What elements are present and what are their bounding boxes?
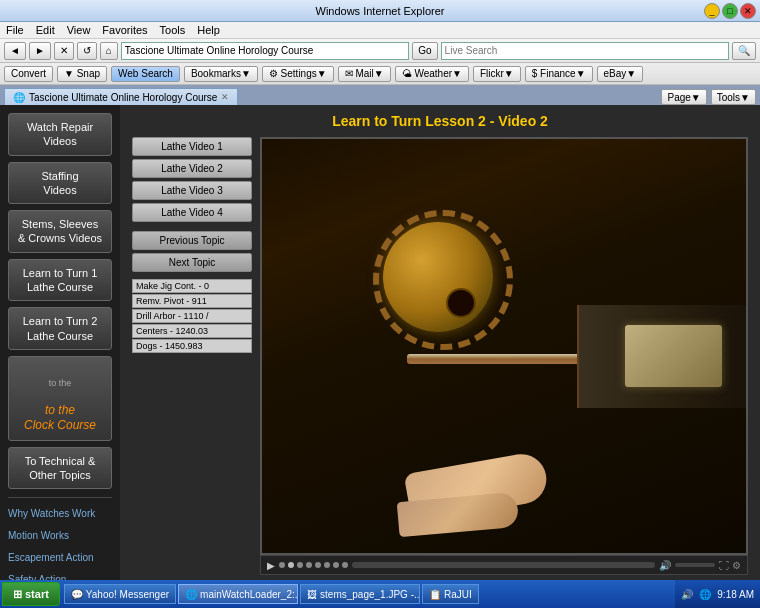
sidebar-item-learn-turn-2[interactable]: Learn to Turn 2 Lathe Course [8, 307, 112, 350]
yahoo-icon: 💬 [71, 589, 83, 600]
previous-topic-button[interactable]: Previous Topic [132, 231, 252, 250]
tools-menu-button[interactable]: Tools▼ [711, 89, 756, 105]
taskbar-item-yahoo[interactable]: 💬 Yahoo! Messenger [64, 584, 176, 604]
menu-help[interactable]: Help [197, 24, 220, 36]
tab-bar: 🌐 Tascione Ultimate Online Horology Cour… [0, 85, 760, 105]
page-button[interactable]: Page▼ [661, 89, 706, 105]
mainwatch-label: mainWatchLoader_2:... [200, 589, 298, 600]
list-item-3[interactable]: Centers - 1240.03 [132, 324, 252, 338]
sidebar-item-watch-repair[interactable]: Watch Repair Videos [8, 113, 112, 156]
next-topic-button[interactable]: Next Topic [132, 253, 252, 272]
progress-track[interactable] [352, 562, 655, 568]
video-list: Make Jig Cont. - 0 Remv. Pivot - 911 Dri… [132, 279, 252, 353]
list-item-0[interactable]: Make Jig Cont. - 0 [132, 279, 252, 293]
play-button[interactable]: ▶ [267, 560, 275, 571]
tab-title: Tascione Ultimate Online Horology Course [29, 92, 217, 103]
taskbar-item-stems[interactable]: 🖼 stems_page_1.JPG -... [300, 584, 420, 604]
maximize-button[interactable]: □ [722, 3, 738, 19]
ebay-button[interactable]: eBay▼ [597, 66, 644, 82]
refresh-button[interactable]: ↺ [77, 42, 97, 60]
menu-bar: File Edit View Favorites Tools Help [0, 22, 760, 39]
network-icon: 🌐 [699, 589, 711, 600]
close-button[interactable]: ✕ [740, 3, 756, 19]
dot-3 [297, 562, 303, 568]
forward-button[interactable]: ► [29, 42, 51, 60]
sidebar-item-learn-turn-1[interactable]: Learn to Turn 1 Lathe Course [8, 259, 112, 302]
sidebar-link-escapement[interactable]: Escapement Action [8, 550, 112, 566]
dot-7 [333, 562, 339, 568]
sidebar-link-why-watches[interactable]: Why Watches Work [8, 506, 112, 522]
start-icon: ⊞ [13, 588, 22, 601]
minimize-button[interactable]: _ [704, 3, 720, 19]
lathe-video-4-button[interactable]: Lathe Video 4 [132, 203, 252, 222]
fullscreen-icon[interactable]: ⛶ [719, 560, 729, 571]
sidebar: Watch Repair Videos Staffing Videos Stem… [0, 105, 120, 583]
list-item-2[interactable]: Drill Arbor - 1110 / [132, 309, 252, 323]
toolbar-row2: Convert ▼ Snap Web Search Bookmarks▼ ⚙ S… [0, 63, 760, 85]
address-bar[interactable] [121, 42, 409, 60]
bookmarks-button[interactable]: Bookmarks▼ [184, 66, 258, 82]
video-progress-bar: ▶ 🔊 [260, 555, 748, 575]
sidebar-item-technical[interactable]: To Technical & Other Topics [8, 447, 112, 490]
stems-icon: 🖼 [307, 589, 317, 600]
flickr-button[interactable]: Flickr▼ [473, 66, 521, 82]
list-item-4[interactable]: Dogs - 1450.983 [132, 339, 252, 353]
convert-button[interactable]: Convert [4, 66, 53, 82]
back-button[interactable]: ◄ [4, 42, 26, 60]
extra-controls: ⛶ ⚙ [719, 560, 741, 571]
main-content: Watch Repair Videos Staffing Videos Stem… [0, 105, 760, 583]
dot-6 [324, 562, 330, 568]
taskbar-item-mainwatch[interactable]: 🌐 mainWatchLoader_2:... [178, 584, 298, 604]
menu-view[interactable]: View [67, 24, 91, 36]
taskbar-item-rakui[interactable]: 📋 RaJUI [422, 584, 479, 604]
mail-button[interactable]: ✉ Mail▼ [338, 66, 391, 82]
video-frame[interactable] [260, 137, 748, 555]
weather-button[interactable]: 🌤 Weather▼ [395, 66, 469, 82]
mainwatch-icon: 🌐 [185, 589, 197, 600]
menu-tools[interactable]: Tools [160, 24, 186, 36]
window-controls[interactable]: _ □ ✕ [704, 3, 756, 19]
video-image [262, 139, 746, 553]
sidebar-link-motion[interactable]: Motion Works [8, 528, 112, 544]
time-display: 9:18 AM [717, 589, 754, 600]
list-item-1[interactable]: Remv. Pivot - 911 [132, 294, 252, 308]
browser-title: Windows Internet Explorer [316, 5, 445, 17]
home-button[interactable]: ⌂ [100, 42, 118, 60]
menu-file[interactable]: File [6, 24, 24, 36]
video-area: Learn to Turn Lesson 2 - Video 2 Lathe V… [120, 105, 760, 583]
menu-favorites[interactable]: Favorites [102, 24, 147, 36]
settings-vid-icon[interactable]: ⚙ [732, 560, 741, 571]
browser-tab[interactable]: 🌐 Tascione Ultimate Online Horology Cour… [4, 88, 238, 105]
start-label: start [25, 588, 49, 600]
browser-titlebar: Windows Internet Explorer _ □ ✕ [0, 0, 760, 22]
start-button[interactable]: ⊞ start [2, 582, 60, 606]
navigation-toolbar: ◄ ► ✕ ↺ ⌂ Go 🔍 [0, 39, 760, 63]
dot-4 [306, 562, 312, 568]
volume-icon[interactable]: 🔊 [659, 560, 671, 571]
finance-button[interactable]: $ Finance▼ [525, 66, 593, 82]
sidebar-item-clock-course[interactable]: to the to the Clock Course [8, 356, 112, 441]
lathe-video-3-button[interactable]: Lathe Video 3 [132, 181, 252, 200]
search-go-button[interactable]: 🔍 [732, 42, 756, 60]
go-button[interactable]: Go [412, 42, 437, 60]
dot-1 [279, 562, 285, 568]
search-input[interactable] [441, 42, 729, 60]
progress-dots [279, 562, 348, 568]
taskbar-right: 🔊 🌐 9:18 AM [675, 580, 760, 608]
sidebar-item-stems-sleeves[interactable]: Stems, Sleeves & Crowns Videos [8, 210, 112, 253]
stop-button[interactable]: ✕ [54, 42, 74, 60]
rakui-label: RaJUI [444, 589, 472, 600]
web-search-button[interactable]: Web Search [111, 66, 180, 82]
menu-edit[interactable]: Edit [36, 24, 55, 36]
volume-bar[interactable] [675, 563, 715, 567]
yahoo-label: Yahoo! Messenger [86, 589, 169, 600]
snap-button[interactable]: ▼ Snap [57, 66, 107, 82]
settings-button[interactable]: ⚙ Settings▼ [262, 66, 334, 82]
tab-close-icon[interactable]: ✕ [221, 92, 229, 102]
sidebar-item-staffing[interactable]: Staffing Videos [8, 162, 112, 205]
taskbar-items: 💬 Yahoo! Messenger 🌐 mainWatchLoader_2:.… [60, 584, 675, 604]
lathe-video-1-button[interactable]: Lathe Video 1 [132, 137, 252, 156]
lathe-video-2-button[interactable]: Lathe Video 2 [132, 159, 252, 178]
video-frame-container: ▶ 🔊 [260, 137, 748, 575]
dot-8 [342, 562, 348, 568]
